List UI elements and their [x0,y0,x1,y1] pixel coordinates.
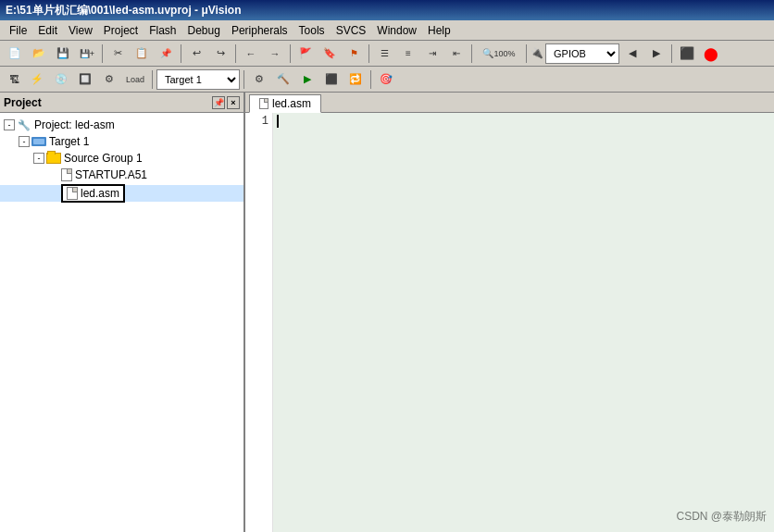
sep4 [290,44,291,63]
bookmark-button[interactable]: 🚩 [294,43,317,64]
project-panel: Project 📌 × - 🔧 Project: led-asm - Targe [0,93,245,532]
chip-btn[interactable]: 🔲 [74,69,96,90]
tree-project-node[interactable]: - 🔧 Project: led-asm [0,117,243,133]
new-icon: 📄 [8,47,21,59]
menu-project[interactable]: Project [98,22,144,39]
outdent2-icon: ⇤ [453,48,460,58]
target-node-label: Target 1 [49,135,89,148]
project-tree: - 🔧 Project: led-asm - Target 1 - Source… [0,113,243,532]
stop-icon2: ⬛ [325,73,338,85]
menu-flash[interactable]: Flash [144,22,181,39]
selected-file-box: led.asm [61,184,125,203]
tree-target-node[interactable]: - Target 1 [0,133,243,150]
menu-view[interactable]: View [63,22,98,39]
cut-button[interactable]: ✂ [106,43,129,64]
menu-edit[interactable]: Edit [32,22,63,39]
source-group-expand-icon[interactable]: - [33,153,44,164]
menu-help[interactable]: Help [422,22,456,39]
nav-fwd-button[interactable]: → [264,43,286,64]
save-icon: 💾 [56,47,69,59]
redo-button[interactable]: ↪ [209,43,231,64]
undo-button[interactable]: ↩ [185,43,207,64]
outdent-icon: ≡ [406,48,411,58]
editor-panel: led.asm 1 [245,93,774,532]
tab-file-icon [259,98,268,109]
source-group-folder-icon [46,153,61,164]
indent2-button[interactable]: ⇥ [421,43,443,64]
gpio-nav2[interactable]: ▶ [645,43,668,64]
tab-label: led.asm [272,97,311,110]
nav-fwd-icon: → [270,48,281,59]
outdent2-button[interactable]: ⇤ [445,43,468,64]
sep5 [368,44,369,63]
bookmark3-button[interactable]: ⚑ [343,43,365,64]
rebuild-btn[interactable]: 🔁 [344,69,367,90]
target-expand-icon[interactable]: - [19,136,30,147]
options-btn[interactable]: ⚙ [248,69,270,90]
tree-startup-file[interactable]: STARTUP.A51 [0,167,243,183]
build-icon-btn[interactable]: 🏗 [4,69,24,90]
pin1-button[interactable]: ⬛ [676,43,698,64]
svg-rect-1 [33,139,44,144]
watermark: CSDN @泰勒朗斯 [676,509,767,525]
chip-icon: 🔲 [79,73,92,85]
new-button[interactable]: 📄 [4,43,26,64]
flash2-btn[interactable]: ⚡ [26,69,48,90]
db-icon: 💿 [55,73,68,85]
editor-content[interactable]: 1 [245,113,774,532]
menu-debug[interactable]: Debug [182,22,226,39]
ledasm-file-label: led.asm [81,187,119,200]
line-numbers-panel: 1 [245,113,273,532]
left-arrow-icon: ◀ [629,47,636,59]
multi-target-btn[interactable]: 🎯 [375,69,397,90]
options-icon: ⚙ [255,73,264,85]
sep-t2-2 [243,70,244,89]
sep8 [671,44,672,63]
project-panel-title: Project [4,96,42,109]
config-btn[interactable]: ⚙ [98,69,120,90]
menu-svcs[interactable]: SVCS [331,22,372,39]
copy-icon: 📋 [135,47,148,59]
save-all-button[interactable]: 💾+ [76,43,98,64]
db-btn[interactable]: 💿 [50,69,72,90]
project-icon: 🔧 [17,118,31,131]
outdent-button[interactable]: ≡ [397,43,419,64]
cursor [277,115,285,128]
stop-icon: ⬤ [704,46,718,61]
editor-tab-ledasm[interactable]: led.asm [249,94,321,113]
indent-button[interactable]: ☰ [373,43,395,64]
nav-back-button[interactable]: ← [240,43,262,64]
panel-pin-btn[interactable]: 📌 [212,96,225,109]
open-button[interactable]: 📂 [28,43,50,64]
project-header: Project 📌 × [0,93,243,113]
menu-peripherals[interactable]: Peripherals [226,22,293,39]
gpio-select[interactable]: GPIOB [545,43,619,64]
ledasm-file-icon [67,187,78,200]
stop-button[interactable]: ⬤ [700,43,722,64]
copy-button[interactable]: 📋 [131,43,153,64]
menu-tools[interactable]: Tools [293,22,331,39]
redo-icon: ↪ [217,47,225,59]
menu-window[interactable]: Window [371,22,422,39]
target-select[interactable]: Target 1 [156,69,240,90]
find-icon: 🔍 [482,48,493,58]
paste-button[interactable]: 📌 [155,43,177,64]
undo-icon: ↩ [193,47,201,59]
run-btn[interactable]: ▶ [296,69,318,90]
panel-close-btn[interactable]: × [227,96,240,109]
build2-icon: 🔨 [277,73,290,85]
gpio-nav1[interactable]: ◀ [621,43,643,64]
stop-btn2[interactable]: ⬛ [320,69,343,90]
bookmark2-button[interactable]: 🔖 [318,43,341,64]
tree-ledasm-file[interactable]: led.asm [0,185,243,202]
editor-tabs: led.asm [245,93,774,113]
menu-file[interactable]: File [4,22,32,39]
paste-icon: 📌 [160,48,171,58]
build2-btn[interactable]: 🔨 [272,69,294,90]
project-expand-icon[interactable]: - [4,119,15,130]
t2-btn[interactable]: Load [122,69,148,90]
tree-source-group-node[interactable]: - Source Group 1 [0,150,243,167]
save-button[interactable]: 💾 [52,43,74,64]
find-button[interactable]: 🔍 100% [476,43,522,64]
code-area[interactable] [273,113,774,532]
